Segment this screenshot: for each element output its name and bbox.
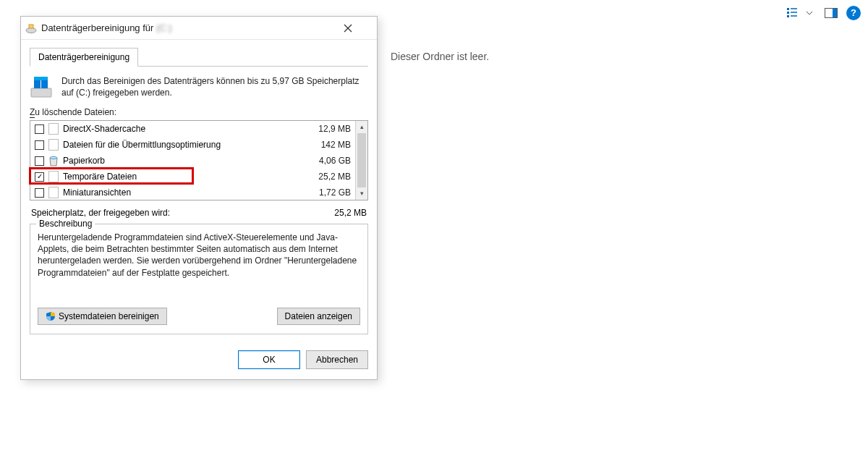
dialog-titlebar: Datenträgerbereinigung für (C:)	[21, 17, 377, 40]
file-label: Papierkorb	[63, 156, 303, 166]
close-button[interactable]	[344, 24, 373, 33]
help-icon[interactable]: ?	[846, 6, 861, 20]
dialog-footer: OK Abbrechen	[21, 343, 377, 379]
file-label: Miniaturansichten	[63, 187, 303, 198]
file-icon	[48, 123, 59, 135]
svg-rect-12	[31, 88, 51, 97]
file-row[interactable]: Miniaturansichten1,72 GB	[30, 185, 355, 200]
dialog-title: Datenträgerbereinigung für (C:)	[41, 22, 344, 33]
info-text: Durch das Bereinigen des Datenträgers kö…	[61, 75, 368, 100]
scroll-thumb[interactable]	[357, 133, 366, 187]
disk-cleanup-icon	[25, 22, 37, 34]
file-label: DirectX-Shadercache	[63, 124, 303, 134]
file-row[interactable]: Dateien für die Übermittlungsoptimierung…	[30, 137, 355, 153]
dropdown-arrow-icon[interactable]	[803, 7, 816, 20]
file-size: 142 MB	[307, 140, 351, 150]
cancel-button[interactable]: Abbrechen	[306, 350, 368, 369]
file-row[interactable]: DirectX-Shadercache12,9 MB	[30, 121, 355, 137]
tabs: Datenträgerbereinigung	[30, 47, 368, 67]
file-row[interactable]: Papierkorb4,06 GB	[30, 153, 355, 169]
recycle-bin-icon	[48, 155, 59, 166]
explorer-top-toolbar: ?	[786, 6, 861, 20]
file-size: 25,2 MB	[307, 172, 351, 182]
scroll-down-icon[interactable]: ▾	[356, 187, 367, 200]
scroll-up-icon[interactable]: ▴	[356, 121, 367, 133]
svg-rect-14	[41, 80, 48, 88]
description-text: Heruntergeladende Programmdateien sind A…	[38, 232, 360, 279]
checkbox[interactable]: ✓	[35, 172, 44, 182]
empty-folder-label: Dieser Ordner ist leer.	[391, 51, 489, 62]
svg-point-16	[50, 156, 57, 159]
svg-rect-9	[29, 25, 33, 28]
file-icon	[48, 139, 59, 151]
file-label: Dateien für die Übermittlungsoptimierung	[63, 140, 303, 150]
file-list: DirectX-Shadercache12,9 MBDateien für di…	[30, 120, 368, 200]
drive-icon	[30, 75, 54, 100]
description-legend: Beschreibung	[36, 219, 95, 229]
tab-cleanup[interactable]: Datenträgerbereinigung	[30, 48, 138, 67]
checkbox[interactable]	[35, 156, 44, 166]
freed-space-value: 25,2 MB	[334, 208, 367, 218]
uac-shield-icon	[46, 311, 56, 321]
view-files-button[interactable]: Dateien anzeigen	[277, 308, 360, 325]
file-icon	[48, 171, 59, 182]
svg-rect-15	[34, 77, 48, 80]
checkbox[interactable]	[35, 188, 44, 198]
svg-rect-0	[787, 8, 789, 10]
file-row[interactable]: ✓Temporäre Dateien25,2 MB	[30, 169, 355, 185]
file-size: 1,72 GB	[307, 187, 351, 198]
svg-rect-7	[833, 9, 837, 17]
preview-pane-icon[interactable]	[825, 7, 838, 20]
file-label: Temporäre Dateien	[63, 172, 303, 182]
svg-rect-13	[34, 80, 41, 88]
description-group: Beschreibung Heruntergeladende Programmd…	[30, 224, 368, 334]
checkbox[interactable]	[35, 140, 44, 150]
freed-space-label: Speicherplatz, der freigegeben wird:	[31, 208, 170, 218]
disk-cleanup-dialog: Datenträgerbereinigung für (C:) Datenträ…	[20, 16, 378, 380]
file-icon	[48, 187, 59, 198]
files-to-delete-label: Zu löschende Dateien:	[30, 107, 368, 117]
clean-system-files-button[interactable]: Systemdateien bereinigen	[38, 308, 167, 325]
svg-point-8	[26, 28, 36, 33]
view-options-icon[interactable]	[786, 7, 799, 20]
svg-rect-2	[787, 15, 789, 17]
file-size: 12,9 MB	[307, 124, 351, 134]
svg-rect-1	[787, 12, 789, 14]
checkbox[interactable]	[35, 124, 44, 134]
scrollbar[interactable]: ▴ ▾	[355, 121, 367, 200]
ok-button[interactable]: OK	[238, 350, 300, 369]
file-size: 4,06 GB	[307, 156, 351, 166]
